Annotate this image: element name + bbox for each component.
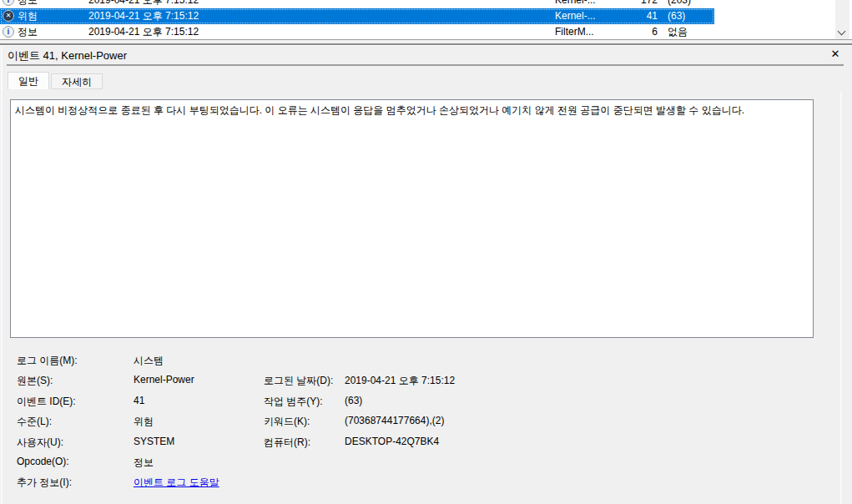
event-source: Kernel-... xyxy=(555,8,596,24)
info-icon: i xyxy=(3,26,14,40)
field-label: 컴퓨터(R): xyxy=(264,436,310,450)
field-value: 시스템 xyxy=(134,354,164,368)
field-value: 정보 xyxy=(134,456,154,470)
event-properties: 로그 이름(M): 시스템 원본(S): Kernel-Power 로그된 날짜… xyxy=(0,351,852,494)
event-viewer-preview-pane: i 정보 2019-04-21 오후 7:15:12 Kernel-... 17… xyxy=(0,0,852,504)
field-value: (70368744177664),(2) xyxy=(345,415,444,426)
field-label: 사용자(U): xyxy=(17,436,63,450)
event-source: Kernel-... xyxy=(555,0,596,8)
event-list: i 정보 2019-04-21 오후 7:15:12 Kernel-... 17… xyxy=(0,0,852,40)
field-label: 이벤트 ID(E): xyxy=(17,395,76,409)
field-row-event-id: 이벤트 ID(E): 41 작업 범주(Y): (63) xyxy=(0,392,852,412)
field-value: 41 xyxy=(134,395,144,406)
field-label: Opcode(O): xyxy=(17,456,69,467)
event-level: 정보 xyxy=(18,24,38,40)
field-row-log-name: 로그 이름(M): 시스템 xyxy=(0,351,852,371)
event-category: (203) xyxy=(668,0,691,8)
event-row[interactable]: i 정보 2019-04-21 오후 7:15:12 Kernel-... 17… xyxy=(0,0,834,8)
tab-details[interactable]: 자세히 xyxy=(51,73,103,89)
event-id: 6 xyxy=(597,24,658,40)
field-label: 수준(L): xyxy=(17,415,52,429)
event-description-box[interactable]: 시스템이 비정상적으로 종료된 후 다시 부팅되었습니다. 이 오류는 시스템이… xyxy=(10,99,814,338)
event-category: 없음 xyxy=(668,24,688,40)
event-id: 41 xyxy=(597,8,658,24)
vertical-scrollbar[interactable] xyxy=(835,0,849,40)
field-value: 위험 xyxy=(134,415,154,429)
header-separator xyxy=(7,64,844,66)
field-value: DESKTOP-42Q7BK4 xyxy=(345,436,439,447)
tab-strip: 일반 자세히 xyxy=(8,72,103,89)
field-label: 원본(S): xyxy=(17,374,53,388)
event-row[interactable]: i 정보 2019-04-21 오후 7:15:12 FilterM... 6 … xyxy=(0,24,834,40)
field-label: 로그된 날짜(D): xyxy=(264,374,333,388)
event-date: 2019-04-21 오후 7:15:12 xyxy=(88,8,199,24)
close-icon[interactable]: ✕ xyxy=(827,47,844,62)
field-value: SYSTEM xyxy=(134,436,174,447)
field-label: 추가 정보(I): xyxy=(17,476,72,490)
event-description-text: 시스템이 비정상적으로 종료된 후 다시 부팅되었습니다. 이 오류는 시스템이… xyxy=(15,104,744,116)
field-row-user: 사용자(U): SYSTEM 컴퓨터(R): DESKTOP-42Q7BK4 xyxy=(0,433,852,453)
field-label: 로그 이름(M): xyxy=(17,354,78,368)
chevron-down-icon xyxy=(838,28,846,36)
event-category: (63) xyxy=(668,8,685,24)
event-log-help-link[interactable]: 이벤트 로그 도움말 xyxy=(134,476,219,490)
event-level: 정보 xyxy=(18,0,38,8)
event-source: FilterM... xyxy=(555,24,594,40)
field-value: Kernel-Power xyxy=(134,374,194,386)
field-value: (63) xyxy=(345,395,362,406)
field-row-source: 원본(S): Kernel-Power 로그된 날짜(D): 2019-04-2… xyxy=(0,371,852,391)
tab-general[interactable]: 일반 xyxy=(8,72,49,89)
field-value: 2019-04-21 오후 7:15:12 xyxy=(345,374,455,388)
event-date: 2019-04-21 오후 7:15:12 xyxy=(88,0,199,8)
field-row-opcode: Opcode(O): 정보 xyxy=(0,453,852,473)
pane-title: 이벤트 41, Kernel-Power xyxy=(8,48,127,63)
field-label: 작업 범주(Y): xyxy=(264,395,323,409)
scroll-down-button[interactable] xyxy=(835,26,849,39)
event-id: 172 xyxy=(597,0,658,8)
field-row-level: 수준(L): 위험 키워드(K): (70368744177664),(2) xyxy=(0,412,852,432)
field-row-more-info: 추가 정보(I): 이벤트 로그 도움말 xyxy=(0,473,852,493)
event-level: 위험 xyxy=(18,8,38,24)
field-label: 키워드(K): xyxy=(264,415,310,429)
event-row-selected[interactable]: ✕ 위험 2019-04-21 오후 7:15:12 Kernel-... 41… xyxy=(0,8,834,24)
splitter-highlight xyxy=(0,45,852,46)
event-date: 2019-04-21 오후 7:15:12 xyxy=(88,24,199,40)
